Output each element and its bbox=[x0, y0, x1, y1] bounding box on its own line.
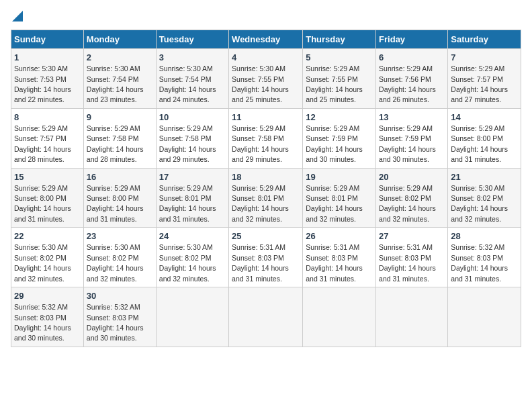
logo bbox=[11, 11, 23, 23]
col-saturday: Saturday bbox=[448, 30, 521, 49]
day-info: Sunrise: 5:29 AMSunset: 8:00 PMDaylight:… bbox=[14, 184, 71, 223]
calendar-cell bbox=[448, 287, 521, 347]
day-info: Sunrise: 5:29 AMSunset: 7:57 PMDaylight:… bbox=[451, 64, 508, 103]
day-number: 6 bbox=[379, 52, 445, 64]
day-number: 13 bbox=[379, 111, 445, 124]
day-info: Sunrise: 5:29 AMSunset: 8:01 PMDaylight:… bbox=[232, 184, 289, 223]
calendar-cell: 13 Sunrise: 5:29 AMSunset: 7:59 PMDaylig… bbox=[376, 108, 448, 168]
day-number: 3 bbox=[159, 52, 226, 64]
calendar-cell: 11 Sunrise: 5:29 AMSunset: 7:58 PMDaylig… bbox=[229, 108, 303, 168]
day-number: 16 bbox=[87, 171, 153, 183]
col-thursday: Thursday bbox=[303, 30, 376, 49]
day-info: Sunrise: 5:30 AMSunset: 8:02 PMDaylight:… bbox=[87, 243, 144, 282]
calendar-cell bbox=[376, 287, 448, 347]
day-number: 25 bbox=[232, 230, 300, 242]
calendar-cell: 21 Sunrise: 5:30 AMSunset: 8:02 PMDaylig… bbox=[448, 168, 521, 228]
day-info: Sunrise: 5:31 AMSunset: 8:03 PMDaylight:… bbox=[306, 243, 363, 282]
day-number: 29 bbox=[14, 290, 81, 302]
calendar-week-row: 1 Sunrise: 5:30 AMSunset: 7:53 PMDayligh… bbox=[11, 49, 521, 109]
day-number: 4 bbox=[232, 52, 300, 64]
day-number: 8 bbox=[14, 111, 81, 124]
calendar-cell: 29 Sunrise: 5:32 AMSunset: 8:03 PMDaylig… bbox=[11, 287, 84, 347]
svg-marker-0 bbox=[12, 11, 23, 21]
day-info: Sunrise: 5:29 AMSunset: 7:57 PMDaylight:… bbox=[14, 124, 71, 163]
day-info: Sunrise: 5:30 AMSunset: 8:02 PMDaylight:… bbox=[451, 184, 508, 223]
day-info: Sunrise: 5:29 AMSunset: 7:58 PMDaylight:… bbox=[87, 124, 144, 163]
calendar-cell: 6 Sunrise: 5:29 AMSunset: 7:56 PMDayligh… bbox=[376, 49, 448, 109]
day-info: Sunrise: 5:32 AMSunset: 8:03 PMDaylight:… bbox=[87, 303, 144, 342]
calendar-cell: 15 Sunrise: 5:29 AMSunset: 8:00 PMDaylig… bbox=[11, 168, 84, 228]
calendar-cell: 8 Sunrise: 5:29 AMSunset: 7:57 PMDayligh… bbox=[11, 108, 84, 168]
day-number: 23 bbox=[87, 230, 153, 242]
day-info: Sunrise: 5:30 AMSunset: 8:02 PMDaylight:… bbox=[159, 243, 216, 282]
col-friday: Friday bbox=[376, 30, 448, 49]
day-info: Sunrise: 5:29 AMSunset: 7:58 PMDaylight:… bbox=[159, 124, 216, 163]
calendar-cell: 5 Sunrise: 5:29 AMSunset: 7:55 PMDayligh… bbox=[303, 49, 376, 109]
day-info: Sunrise: 5:31 AMSunset: 8:03 PMDaylight:… bbox=[232, 243, 289, 282]
day-number: 15 bbox=[14, 171, 81, 183]
calendar-cell: 17 Sunrise: 5:29 AMSunset: 8:01 PMDaylig… bbox=[156, 168, 228, 228]
day-info: Sunrise: 5:29 AMSunset: 8:01 PMDaylight:… bbox=[306, 184, 363, 223]
day-number: 17 bbox=[159, 171, 226, 183]
calendar-table: Sunday Monday Tuesday Wednesday Thursday… bbox=[11, 30, 521, 347]
calendar-week-row: 15 Sunrise: 5:29 AMSunset: 8:00 PMDaylig… bbox=[11, 168, 521, 228]
day-number: 24 bbox=[159, 230, 226, 242]
calendar-week-row: 22 Sunrise: 5:30 AMSunset: 8:02 PMDaylig… bbox=[11, 228, 521, 287]
logo-icon bbox=[12, 11, 23, 21]
day-number: 1 bbox=[14, 52, 81, 64]
calendar-cell: 27 Sunrise: 5:31 AMSunset: 8:03 PMDaylig… bbox=[376, 228, 448, 287]
calendar-cell: 9 Sunrise: 5:29 AMSunset: 7:58 PMDayligh… bbox=[83, 108, 156, 168]
day-info: Sunrise: 5:30 AMSunset: 8:02 PMDaylight:… bbox=[14, 243, 71, 282]
day-info: Sunrise: 5:30 AMSunset: 7:54 PMDaylight:… bbox=[159, 64, 216, 103]
day-number: 20 bbox=[379, 171, 445, 183]
day-info: Sunrise: 5:32 AMSunset: 8:03 PMDaylight:… bbox=[451, 243, 508, 282]
day-number: 2 bbox=[87, 52, 153, 64]
day-number: 9 bbox=[87, 111, 153, 124]
calendar-week-row: 29 Sunrise: 5:32 AMSunset: 8:03 PMDaylig… bbox=[11, 287, 521, 347]
day-number: 21 bbox=[451, 171, 518, 183]
day-info: Sunrise: 5:29 AMSunset: 8:02 PMDaylight:… bbox=[379, 184, 436, 223]
day-number: 12 bbox=[306, 111, 373, 124]
day-number: 11 bbox=[232, 111, 300, 124]
day-info: Sunrise: 5:29 AMSunset: 8:01 PMDaylight:… bbox=[159, 184, 216, 223]
calendar-cell: 1 Sunrise: 5:30 AMSunset: 7:53 PMDayligh… bbox=[11, 49, 84, 109]
calendar-cell: 24 Sunrise: 5:30 AMSunset: 8:02 PMDaylig… bbox=[156, 228, 228, 287]
day-number: 27 bbox=[379, 230, 445, 242]
day-info: Sunrise: 5:30 AMSunset: 7:53 PMDaylight:… bbox=[14, 64, 71, 103]
day-info: Sunrise: 5:31 AMSunset: 8:03 PMDaylight:… bbox=[379, 243, 436, 282]
day-number: 5 bbox=[306, 52, 373, 64]
calendar-cell: 14 Sunrise: 5:29 AMSunset: 8:00 PMDaylig… bbox=[448, 108, 521, 168]
day-number: 10 bbox=[159, 111, 226, 124]
col-wednesday: Wednesday bbox=[229, 30, 303, 49]
calendar-cell: 4 Sunrise: 5:30 AMSunset: 7:55 PMDayligh… bbox=[229, 49, 303, 109]
day-number: 18 bbox=[232, 171, 300, 183]
calendar-cell: 3 Sunrise: 5:30 AMSunset: 7:54 PMDayligh… bbox=[156, 49, 228, 109]
calendar-cell: 12 Sunrise: 5:29 AMSunset: 7:59 PMDaylig… bbox=[303, 108, 376, 168]
calendar-cell: 26 Sunrise: 5:31 AMSunset: 8:03 PMDaylig… bbox=[303, 228, 376, 287]
day-info: Sunrise: 5:29 AMSunset: 7:55 PMDaylight:… bbox=[306, 64, 363, 103]
page-header bbox=[11, 11, 521, 23]
calendar-cell: 19 Sunrise: 5:29 AMSunset: 8:01 PMDaylig… bbox=[303, 168, 376, 228]
day-info: Sunrise: 5:29 AMSunset: 7:58 PMDaylight:… bbox=[232, 124, 289, 163]
calendar-cell bbox=[156, 287, 228, 347]
calendar-cell: 28 Sunrise: 5:32 AMSunset: 8:03 PMDaylig… bbox=[448, 228, 521, 287]
day-number: 22 bbox=[14, 230, 81, 242]
calendar-cell: 18 Sunrise: 5:29 AMSunset: 8:01 PMDaylig… bbox=[229, 168, 303, 228]
day-info: Sunrise: 5:29 AMSunset: 7:59 PMDaylight:… bbox=[379, 124, 436, 163]
col-tuesday: Tuesday bbox=[156, 30, 228, 49]
day-number: 7 bbox=[451, 52, 518, 64]
day-number: 26 bbox=[306, 230, 373, 242]
day-info: Sunrise: 5:29 AMSunset: 8:00 PMDaylight:… bbox=[87, 184, 144, 223]
calendar-cell: 7 Sunrise: 5:29 AMSunset: 7:57 PMDayligh… bbox=[448, 49, 521, 109]
day-number: 14 bbox=[451, 111, 518, 124]
calendar-cell: 2 Sunrise: 5:30 AMSunset: 7:54 PMDayligh… bbox=[83, 49, 156, 109]
calendar-cell bbox=[303, 287, 376, 347]
calendar-cell: 16 Sunrise: 5:29 AMSunset: 8:00 PMDaylig… bbox=[83, 168, 156, 228]
calendar-cell: 25 Sunrise: 5:31 AMSunset: 8:03 PMDaylig… bbox=[229, 228, 303, 287]
calendar-week-row: 8 Sunrise: 5:29 AMSunset: 7:57 PMDayligh… bbox=[11, 108, 521, 168]
day-number: 30 bbox=[87, 290, 153, 302]
calendar-header-row: Sunday Monday Tuesday Wednesday Thursday… bbox=[11, 30, 521, 49]
day-info: Sunrise: 5:30 AMSunset: 7:55 PMDaylight:… bbox=[232, 64, 289, 103]
day-number: 19 bbox=[306, 171, 373, 183]
day-info: Sunrise: 5:29 AMSunset: 7:59 PMDaylight:… bbox=[306, 124, 363, 163]
